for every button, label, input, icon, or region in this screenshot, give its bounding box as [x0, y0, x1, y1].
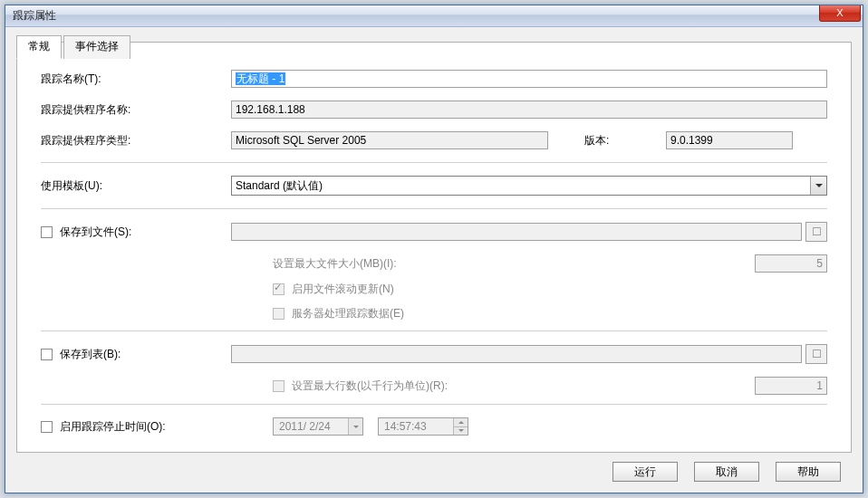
provider-type-value: Microsoft SQL Server 2005 — [236, 134, 366, 147]
save-table-label: 保存到表(B): — [60, 347, 121, 362]
save-file-path-field — [231, 223, 802, 241]
trace-properties-dialog: 跟踪属性 X 常规 事件选择 跟踪名称(T): 无标题 - 1 跟踪提供程序名称… — [5, 5, 863, 493]
server-process-checkbox — [273, 308, 285, 320]
max-file-size-field: 5 — [755, 254, 827, 273]
max-rows-checkbox — [273, 380, 285, 392]
divider — [41, 330, 827, 331]
provider-type-field: Microsoft SQL Server 2005 — [231, 131, 548, 149]
enable-rollover-checkbox — [273, 283, 285, 295]
tab-event-select[interactable]: 事件选择 — [63, 35, 130, 59]
stop-time-checkbox[interactable] — [41, 421, 53, 433]
stop-date-value: 2011/ 2/24 — [279, 420, 331, 433]
template-label: 使用模板(U): — [41, 178, 231, 194]
max-file-size-label: 设置最大文件大小(MB)(I): — [273, 256, 755, 272]
cancel-button[interactable]: 取消 — [694, 462, 759, 482]
template-combo[interactable]: Standard (默认值) — [231, 176, 827, 196]
version-value: 9.0.1399 — [670, 134, 713, 147]
divider — [41, 162, 827, 163]
browse-file-button[interactable]: ☐ — [805, 222, 827, 242]
dialog-body: 跟踪名称(T): 无标题 - 1 跟踪提供程序名称: 192.168.1.188… — [16, 42, 852, 453]
stop-date-picker: 2011/ 2/24 — [273, 417, 363, 436]
stop-time-value: 14:57:43 — [384, 420, 427, 433]
close-button[interactable]: X — [819, 5, 861, 22]
save-file-checkbox[interactable] — [41, 226, 53, 238]
max-rows-field: 1 — [755, 377, 827, 395]
provider-name-field: 192.168.1.188 — [231, 101, 827, 119]
provider-type-label: 跟踪提供程序类型: — [41, 133, 231, 148]
save-table-field — [231, 345, 802, 363]
save-file-label: 保存到文件(S): — [60, 225, 131, 240]
trace-name-value: 无标题 - 1 — [236, 72, 285, 85]
provider-name-label: 跟踪提供程序名称: — [41, 102, 231, 118]
template-value: Standard (默认值) — [236, 178, 323, 194]
run-button[interactable]: 运行 — [612, 462, 678, 482]
save-table-checkbox[interactable] — [41, 349, 53, 360]
browse-table-button[interactable]: ☐ — [805, 344, 827, 364]
tab-general[interactable]: 常规 — [16, 35, 62, 59]
divider — [41, 404, 827, 405]
server-process-label: 服务器处理跟踪数据(E) — [292, 306, 404, 321]
chevron-down-icon — [348, 418, 362, 435]
divider — [41, 208, 827, 209]
titlebar[interactable]: 跟踪属性 X — [5, 5, 863, 27]
version-field: 9.0.1399 — [666, 131, 793, 149]
stop-time-picker: 14:57:43 — [378, 417, 468, 436]
version-label: 版本: — [584, 133, 648, 148]
enable-rollover-label: 启用文件滚动更新(N) — [292, 282, 394, 297]
max-rows-label: 设置最大行数(以千行为单位)(R): — [292, 378, 755, 394]
chevron-down-icon — [810, 177, 826, 195]
help-button[interactable]: 帮助 — [776, 462, 841, 482]
stop-time-label: 启用跟踪停止时间(O): — [60, 419, 166, 435]
button-bar: 运行 取消 帮助 — [612, 462, 841, 482]
tab-strip: 常规 事件选择 — [16, 34, 132, 58]
trace-name-input[interactable]: 无标题 - 1 — [231, 70, 827, 88]
provider-name-value: 192.168.1.188 — [236, 103, 305, 116]
trace-name-label: 跟踪名称(T): — [41, 72, 231, 87]
window-title: 跟踪属性 — [13, 8, 56, 24]
spinner-icon — [453, 418, 468, 435]
